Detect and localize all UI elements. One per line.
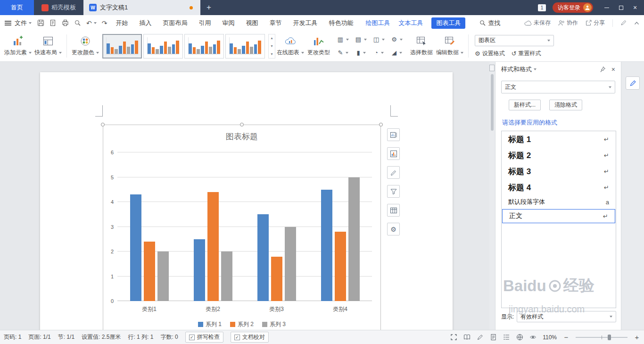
close-button[interactable]: × (628, 0, 642, 15)
set-format-button[interactable]: ⚙ 设置格式 (475, 50, 505, 58)
bar[interactable] (194, 239, 205, 301)
columns-button[interactable]: ▮ (352, 46, 370, 59)
web-layout-button[interactable] (516, 334, 523, 341)
menu-item[interactable]: 插入 (139, 19, 151, 27)
save-button[interactable] (37, 19, 44, 26)
legend-item[interactable]: 系列 3 (262, 320, 286, 328)
chart-data-button[interactable] (387, 204, 400, 217)
status-page-number[interactable]: 页码: 1 (4, 333, 21, 341)
reset-style-button[interactable]: ↺ 重置样式 (512, 50, 541, 58)
bar[interactable] (335, 232, 346, 301)
bar[interactable] (157, 252, 169, 301)
collaborate-button[interactable]: 协作 (558, 19, 578, 27)
style-item[interactable]: 标题 1↵ (502, 131, 616, 147)
print-layout-button[interactable] (490, 334, 497, 341)
chart-target-select[interactable]: 图表区 (475, 35, 554, 46)
edit-data-button[interactable]: 编辑数据 (435, 32, 465, 60)
status-word-count[interactable]: 字数: 0 (160, 333, 178, 341)
area-button[interactable]: ◢ (388, 46, 406, 59)
tool-tab[interactable]: 绘图工具 (365, 19, 390, 27)
bar[interactable] (321, 190, 332, 301)
legend-item[interactable]: 系列 1 (198, 320, 222, 328)
edit-mode-button[interactable] (620, 20, 627, 26)
redo-button[interactable]: ↷ (102, 19, 107, 27)
style-item[interactable]: 标题 3↵ (502, 163, 616, 179)
export-pdf-button[interactable] (50, 19, 57, 26)
eye-protect-button[interactable] (529, 334, 537, 341)
share-button[interactable]: 分享 (586, 19, 605, 27)
tab-document[interactable]: W 文字文稿1 (83, 0, 200, 15)
bar[interactable] (285, 227, 296, 302)
bar[interactable] (348, 177, 360, 302)
gallery-down-button[interactable]: ▼ (269, 42, 275, 50)
menu-item[interactable]: 章节 (269, 19, 281, 27)
vertical-scrollbar[interactable] (489, 62, 495, 330)
zoom-out-button[interactable]: − (563, 333, 570, 341)
caret-down-icon[interactable] (534, 68, 537, 70)
zoom-in-button[interactable]: + (634, 333, 640, 341)
gallery-more-button[interactable]: ▼ (269, 50, 275, 58)
fullscreen-button[interactable] (450, 334, 457, 341)
show-filter-select[interactable]: 有效样式 (517, 311, 616, 322)
visitor-login-button[interactable]: 访客登录 (553, 2, 593, 13)
menu-item[interactable]: 特色功能 (329, 19, 353, 27)
file-menu-button[interactable]: 文件 (5, 19, 32, 27)
task-window-badge[interactable]: 1 (538, 4, 546, 11)
bar[interactable] (271, 257, 282, 302)
chart-style-thumb[interactable] (143, 34, 183, 59)
chart-object[interactable]: 图表标题 0123456 类别1类别2类别3类别4 系列 1系列 2系列 3 (103, 125, 381, 330)
tab-home[interactable]: 首页 (0, 0, 34, 15)
unsaved-status[interactable]: 未保存 (524, 19, 551, 27)
menu-item[interactable]: 视图 (246, 19, 258, 27)
edit-panel-button[interactable] (626, 76, 640, 90)
bar[interactable] (130, 194, 141, 301)
chart-options-button[interactable]: ⚙ (388, 33, 406, 46)
status-line-col[interactable]: 行: 1 列: 1 (128, 333, 153, 341)
clear-format-button[interactable]: 清除格式 (549, 100, 582, 110)
panel-close-button[interactable]: × (611, 66, 615, 73)
menu-item[interactable]: 审阅 (222, 19, 234, 27)
minimize-button[interactable] (600, 0, 614, 15)
chart-settings-button[interactable]: ⚙ (387, 223, 400, 235)
data-labels-button[interactable]: ▤ (352, 33, 370, 46)
bar[interactable] (144, 242, 155, 301)
tool-tab[interactable]: 文本工具 (398, 19, 423, 27)
chart-elements-button[interactable] (387, 128, 400, 141)
bar[interactable] (257, 214, 269, 301)
zoom-level[interactable]: 110% (543, 334, 557, 341)
undo-button[interactable]: ↶ (86, 19, 97, 27)
zoom-slider[interactable] (576, 334, 627, 341)
change-type-button[interactable]: 更改类型 (305, 32, 332, 60)
print-button[interactable] (62, 19, 69, 26)
style-item[interactable]: 标题 2↵ (502, 147, 616, 163)
menu-item[interactable]: 页面布局 (163, 19, 187, 27)
pin-button[interactable] (599, 66, 606, 73)
change-colors-button[interactable]: 更改颜色 (70, 32, 100, 60)
document-canvas[interactable]: 图表标题 0123456 类别1类别2类别3类别4 系列 1系列 2系列 3 ⚙ (0, 62, 495, 330)
resize-handle[interactable] (101, 123, 105, 126)
new-tab-button[interactable]: + (200, 0, 217, 15)
status-setting[interactable]: 设置值: 2.5厘米 (82, 333, 121, 341)
online-chart-button[interactable]: 在线图表 (275, 32, 305, 60)
scrollbar-thumb[interactable] (491, 74, 494, 131)
read-mode-button[interactable] (463, 334, 471, 341)
maximize-button[interactable] (614, 0, 628, 15)
chart-style-thumb[interactable] (102, 34, 142, 59)
write-mode-button[interactable] (477, 334, 484, 341)
style-selector[interactable]: 正文 (501, 81, 615, 93)
resize-handle[interactable] (240, 123, 244, 126)
gallery-up-button[interactable]: ▲ (269, 34, 275, 42)
menu-item[interactable]: 开始 (116, 19, 128, 27)
chart-style-thumb[interactable] (225, 34, 265, 59)
proofread-toggle[interactable]: ✓ 文档校对 (231, 332, 269, 343)
style-item[interactable]: 默认段落字体a (502, 195, 616, 209)
style-item[interactable]: 正文↵ (502, 209, 615, 223)
new-style-button[interactable]: 新样式... (509, 100, 541, 110)
quick-layout-button[interactable]: 快速布局 (33, 32, 63, 60)
tab-docer-templates[interactable]: 稻壳模板 (34, 0, 83, 15)
legend-item[interactable]: 系列 2 (230, 320, 254, 328)
bar[interactable] (207, 192, 219, 301)
spellcheck-toggle[interactable]: ✓ 拼写检查 (185, 332, 223, 343)
status-pages[interactable]: 页面: 1/1 (28, 333, 50, 341)
find-button[interactable]: 查找 (475, 17, 505, 29)
